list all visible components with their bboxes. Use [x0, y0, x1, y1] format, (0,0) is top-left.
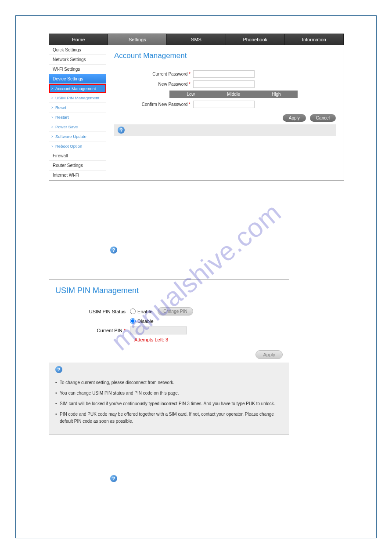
- screenshot-usim-pin: USIM PIN Management USIM PIN Status Enab…: [49, 279, 289, 435]
- nav-information[interactable]: Information: [285, 34, 344, 45]
- sidebar-item-quick-settings[interactable]: Quick Settings: [49, 45, 106, 55]
- nav-sms[interactable]: SMS: [167, 34, 226, 45]
- new-password-label: New Password *: [114, 82, 193, 87]
- enable-radio[interactable]: [130, 308, 136, 314]
- confirm-password-input[interactable]: [193, 101, 255, 108]
- sidebar-sub-reset[interactable]: Reset: [49, 103, 106, 112]
- current-password-input[interactable]: [193, 70, 255, 78]
- sidebar-item-wifi-settings[interactable]: Wi-Fi Settings: [49, 65, 106, 74]
- sidebar-sub-restart[interactable]: Restart: [49, 112, 106, 122]
- help-icon: ?: [110, 475, 117, 482]
- confirm-password-label: Confirm New Password *: [114, 102, 193, 107]
- disable-radio[interactable]: [130, 318, 136, 324]
- sidebar-sub-account-management[interactable]: Account Management: [49, 84, 106, 93]
- attempts-left: Attempts Left: 3: [134, 337, 283, 342]
- strength-high: High: [255, 91, 298, 98]
- nav-settings[interactable]: Settings: [108, 34, 167, 45]
- nav-phonebook[interactable]: Phonebook: [226, 34, 285, 45]
- disable-label: Disable: [137, 319, 154, 324]
- sidebar-item-firewall[interactable]: Firewall: [49, 151, 106, 161]
- help-item: You can change USIM PIN status and PIN c…: [55, 390, 283, 397]
- strength-low: Low: [169, 91, 212, 98]
- sidebar-sub-power-save[interactable]: Power Save: [49, 122, 106, 132]
- screenshot-account-management: Home Settings SMS Phonebook Information …: [49, 33, 344, 181]
- sidebar-item-router-settings[interactable]: Router Settings: [49, 161, 106, 170]
- cancel-button[interactable]: Cancel: [310, 114, 336, 122]
- help-icon[interactable]: ?: [55, 366, 62, 373]
- sidebar-sub-usim-pin[interactable]: USIM PIN Management: [49, 93, 106, 103]
- help-icon: ?: [110, 247, 117, 254]
- main-panel: Account Management Current Password * Ne…: [106, 45, 344, 180]
- current-password-label: Current Password *: [114, 72, 193, 76]
- help-box: ? To change current setting, please disc…: [49, 363, 289, 435]
- change-pin-button[interactable]: Change PIN: [158, 307, 193, 316]
- page-title-usim: USIM PIN Management: [55, 285, 283, 299]
- top-nav: Home Settings SMS Phonebook Information: [49, 34, 344, 45]
- new-password-input[interactable]: [193, 80, 255, 88]
- current-pin-label: Current PIN *: [55, 328, 130, 333]
- sidebar-item-network-settings[interactable]: Network Settings: [49, 55, 106, 65]
- password-strength-bar: Low Middle High: [169, 91, 298, 98]
- usim-status-label: USIM PIN Status: [55, 309, 130, 314]
- nav-home[interactable]: Home: [49, 34, 108, 45]
- sidebar: Quick Settings Network Settings Wi-Fi Se…: [49, 45, 106, 180]
- enable-label: Enable: [137, 309, 152, 314]
- apply-button-usim[interactable]: Apply: [255, 350, 283, 359]
- sidebar-sub-software-update[interactable]: Software Update: [49, 132, 106, 141]
- sidebar-item-device-settings[interactable]: Device Settings: [49, 74, 106, 84]
- strength-middle: Middle: [212, 91, 255, 98]
- sidebar-item-internet-wifi[interactable]: Internet Wi-Fi: [49, 170, 106, 180]
- help-icon[interactable]: ?: [118, 127, 125, 134]
- help-item: SIM card will be locked if you've contin…: [55, 400, 283, 407]
- sidebar-sub-reboot-option[interactable]: Reboot Option: [49, 141, 106, 151]
- current-pin-input[interactable]: [130, 326, 187, 334]
- page-title: Account Management: [114, 50, 336, 63]
- help-item: To change current setting, please discon…: [55, 379, 283, 386]
- apply-button[interactable]: Apply: [283, 114, 306, 122]
- help-strip: ?: [114, 124, 336, 136]
- help-item: PIN code and PUK code may be offered tog…: [55, 411, 283, 425]
